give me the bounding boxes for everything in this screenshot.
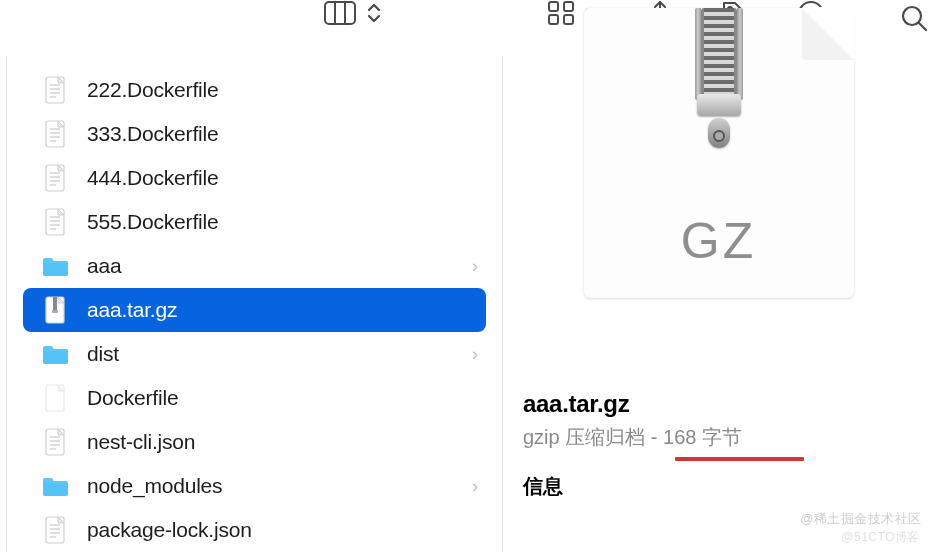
list-item[interactable]: Dockerfile — [7, 376, 502, 420]
file-name-label: dist — [87, 342, 119, 366]
chevron-right-icon: › — [472, 344, 478, 365]
folder-icon — [41, 472, 69, 500]
svg-line-22 — [919, 23, 926, 30]
file-list: 222.Dockerfile 333.Dockerfile 444.Docker… — [6, 56, 503, 552]
search-icon[interactable] — [900, 4, 928, 32]
chevron-right-icon: › — [472, 476, 478, 497]
archive-icon — [41, 296, 69, 324]
watermark: @稀土掘金技术社区 — [800, 510, 922, 528]
detail-file-type: gzip 压缩归档 — [523, 426, 645, 448]
file-name-label: aaa.tar.gz — [87, 298, 177, 322]
file-name-label: node_modules — [87, 474, 222, 498]
list-item[interactable]: dist › — [7, 332, 502, 376]
zipper-icon — [691, 8, 747, 148]
file-name-label: 555.Dockerfile — [87, 210, 218, 234]
view-switcher[interactable] — [323, 0, 381, 26]
column-view-icon[interactable] — [323, 0, 357, 26]
list-item[interactable]: node_modules › — [7, 464, 502, 508]
main: 222.Dockerfile 333.Dockerfile 444.Docker… — [0, 56, 934, 552]
document-icon — [41, 428, 69, 456]
list-item-selected[interactable]: aaa.tar.gz — [23, 288, 486, 332]
folder-icon — [41, 252, 69, 280]
info-section-header: 信息 — [523, 473, 914, 500]
file-preview-icon: GZ — [584, 8, 854, 298]
svg-rect-12 — [549, 2, 558, 11]
gz-label: GZ — [681, 212, 756, 270]
list-item[interactable]: 333.Dockerfile — [7, 112, 502, 156]
list-item[interactable]: nest-cli.json — [7, 420, 502, 464]
detail-file-name: aaa.tar.gz — [523, 390, 914, 418]
document-icon — [41, 120, 69, 148]
file-name-label: 222.Dockerfile — [87, 78, 218, 102]
blank-document-icon — [41, 384, 69, 412]
list-item[interactable]: 222.Dockerfile — [7, 68, 502, 112]
detail-panel: GZ aaa.tar.gz gzip 压缩归档 - 168 字节 信息 @稀土掘… — [503, 56, 934, 552]
file-name-label: 444.Dockerfile — [87, 166, 218, 190]
file-name-label: Dockerfile — [87, 386, 178, 410]
svg-rect-9 — [325, 2, 355, 24]
svg-rect-15 — [564, 15, 573, 24]
file-name-label: 333.Dockerfile — [87, 122, 218, 146]
document-icon — [41, 516, 69, 544]
file-name-label: nest-cli.json — [87, 430, 195, 454]
list-item[interactable]: aaa › — [7, 244, 502, 288]
svg-rect-14 — [549, 15, 558, 24]
list-item[interactable]: 444.Dockerfile — [7, 156, 502, 200]
annotation-underline — [675, 457, 804, 461]
file-name-label: aaa — [87, 254, 121, 278]
list-item[interactable]: 555.Dockerfile — [7, 200, 502, 244]
chevron-right-icon: › — [472, 256, 478, 277]
folder-icon — [41, 340, 69, 368]
list-item[interactable]: package-lock.json — [7, 508, 502, 552]
detail-file-size: 168 字节 — [663, 426, 742, 448]
up-down-chevron-icon[interactable] — [367, 2, 381, 24]
document-icon — [41, 76, 69, 104]
grid-view-icon[interactable] — [547, 0, 575, 26]
document-icon — [41, 208, 69, 236]
file-name-label: package-lock.json — [87, 518, 252, 542]
detail-meta: gzip 压缩归档 - 168 字节 — [523, 424, 742, 451]
watermark: @51CTO博客 — [841, 529, 920, 546]
svg-rect-13 — [564, 2, 573, 11]
document-icon — [41, 164, 69, 192]
